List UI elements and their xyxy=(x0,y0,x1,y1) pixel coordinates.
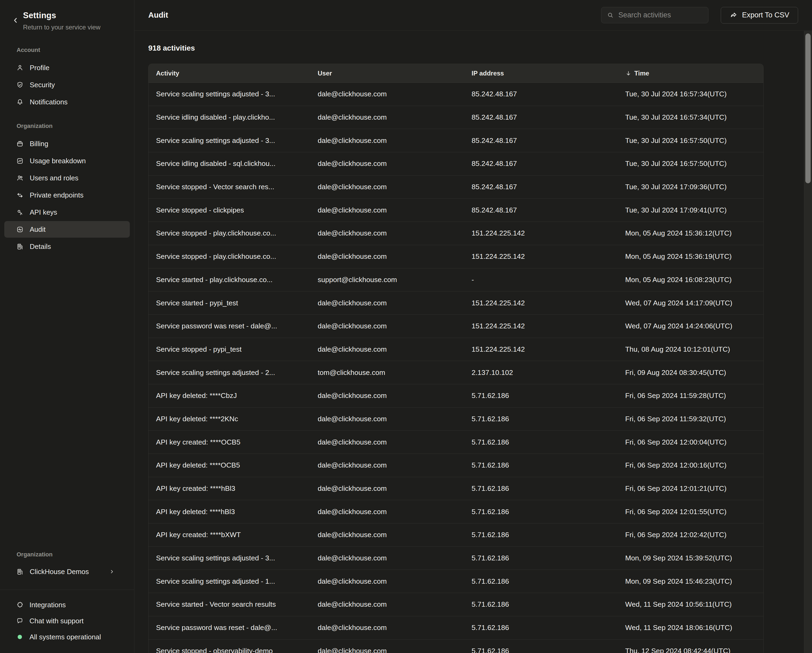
cell-time: Wed, 11 Sep 2024 10:56:11(UTC) xyxy=(618,593,763,616)
table-row[interactable]: API key deleted: ****hBl3 dale@clickhous… xyxy=(148,500,763,523)
table-row[interactable]: Service scaling settings adjusted - 3...… xyxy=(148,547,763,570)
cell-ip: 5.71.62.186 xyxy=(464,407,618,430)
cell-ip: 85.242.48.167 xyxy=(464,198,618,221)
return-to-service-link[interactable]: Return to your service view xyxy=(23,24,100,31)
cell-time: Tue, 30 Jul 2024 17:09:36(UTC) xyxy=(618,175,763,198)
table-row[interactable]: Service scaling settings adjusted - 2...… xyxy=(148,361,763,384)
audit-content: 918 activities Activity User IP address … xyxy=(134,43,812,653)
cell-user: support@clickhouse.com xyxy=(310,269,464,291)
sidebar-titleblock: Settings Return to your service view xyxy=(23,11,100,31)
table-row[interactable]: Service stopped - observability-demo dal… xyxy=(148,639,763,653)
cell-activity: Service stopped - observability-demo xyxy=(148,639,310,653)
sidebar-item-billing[interactable]: Billing xyxy=(4,136,130,152)
cell-ip: 5.71.62.186 xyxy=(464,477,618,500)
table-row[interactable]: API key deleted: ****OCB5 dale@clickhous… xyxy=(148,454,763,477)
sidebar-item-security[interactable]: Security xyxy=(4,76,130,93)
cell-ip: 85.242.48.167 xyxy=(464,175,618,198)
chat-with-support-link[interactable]: Chat with support xyxy=(0,613,134,629)
cell-time: Mon, 05 Aug 2024 15:36:19(UTC) xyxy=(618,245,763,268)
building-icon xyxy=(16,243,24,250)
cell-user: dale@clickhouse.com xyxy=(310,129,464,152)
cell-ip: 5.71.62.186 xyxy=(464,430,618,454)
table-row[interactable]: Service scaling settings adjusted - 3...… xyxy=(148,83,763,106)
cell-activity: Service idling disabled - sql.clickhou..… xyxy=(148,152,310,175)
sidebar-item-private-endpoints[interactable]: Private endpoints xyxy=(4,187,130,203)
table-row[interactable]: Service stopped - play.clickhouse.co... … xyxy=(148,245,763,269)
table-row[interactable]: Service idling disabled - sql.clickhou..… xyxy=(148,152,763,175)
table-row[interactable]: Service started - pypi_test dale@clickho… xyxy=(148,291,763,315)
scrollbar-track[interactable] xyxy=(804,31,812,653)
cell-activity: Service stopped - play.clickhouse.co... xyxy=(148,222,310,245)
org-switcher[interactable]: ClickHouse Demos xyxy=(4,563,130,580)
table-row[interactable]: Service password was reset - dale@... da… xyxy=(148,616,763,639)
table-row[interactable]: Service stopped - clickpipes dale@clickh… xyxy=(148,198,763,222)
user-icon xyxy=(16,64,24,72)
cell-user: dale@clickhouse.com xyxy=(310,291,464,314)
section-label-org-footer: Organization xyxy=(0,551,134,558)
table-row[interactable]: Service started - play.clickhouse.co... … xyxy=(148,269,763,292)
cell-activity: API key deleted: ****OCB5 xyxy=(148,454,310,477)
cell-user: dale@clickhouse.com xyxy=(310,338,464,361)
sidebar-item-label: Billing xyxy=(30,140,48,148)
cell-activity: Service stopped - play.clickhouse.co... xyxy=(148,245,310,268)
cell-time: Fri, 09 Aug 2024 08:30:45(UTC) xyxy=(618,361,763,384)
table-row[interactable]: Service password was reset - dale@... da… xyxy=(148,315,763,338)
cell-ip: 151.224.225.142 xyxy=(464,315,618,338)
integrations-link[interactable]: Integrations xyxy=(0,597,134,613)
column-header-time[interactable]: Time xyxy=(618,64,763,82)
table-row[interactable]: Service started - Vector search results … xyxy=(148,593,763,616)
audit-table: Activity User IP address Time Service sc… xyxy=(148,64,763,653)
cell-activity: API key deleted: ****2KNc xyxy=(148,407,310,430)
cell-time: Tue, 30 Jul 2024 16:57:50(UTC) xyxy=(618,129,763,152)
back-button[interactable] xyxy=(11,15,20,25)
cell-ip: 2.137.10.102 xyxy=(464,361,618,384)
table-row[interactable]: Service stopped - pypi_test dale@clickho… xyxy=(148,338,763,361)
sidebar-item-notifications[interactable]: Notifications xyxy=(4,94,130,110)
cell-user: dale@clickhouse.com xyxy=(310,384,464,407)
table-row[interactable]: API key deleted: ****2KNc dale@clickhous… xyxy=(148,407,763,431)
cell-ip: 151.224.225.142 xyxy=(464,338,618,361)
puzzle-icon xyxy=(16,601,24,609)
sidebar-item-usage-breakdown[interactable]: Usage breakdown xyxy=(4,153,130,169)
cell-user: dale@clickhouse.com xyxy=(310,454,464,477)
sidebar-item-label: Details xyxy=(30,243,51,251)
cell-user: dale@clickhouse.com xyxy=(310,616,464,639)
table-row[interactable]: API key created: ****OCB5 dale@clickhous… xyxy=(148,430,763,454)
cell-ip: 5.71.62.186 xyxy=(464,384,618,407)
cell-ip: - xyxy=(464,269,618,291)
sidebar-item-audit[interactable]: Audit xyxy=(4,221,130,238)
cell-ip: 5.71.62.186 xyxy=(464,523,618,546)
scrollbar-thumb[interactable] xyxy=(805,34,810,183)
system-status-link[interactable]: All systems operational xyxy=(0,629,134,645)
sidebar-item-users-and-roles[interactable]: Users and roles xyxy=(4,170,130,186)
cell-user: dale@clickhouse.com xyxy=(310,570,464,593)
column-header-activity[interactable]: Activity xyxy=(148,64,310,82)
bell-icon xyxy=(16,98,24,106)
column-header-ip-address[interactable]: IP address xyxy=(464,64,618,82)
search-input[interactable] xyxy=(618,11,704,19)
column-header-user[interactable]: User xyxy=(310,64,464,82)
cell-activity: Service idling disabled - play.clickho..… xyxy=(148,106,310,129)
cell-time: Fri, 06 Sep 2024 12:00:04(UTC) xyxy=(618,430,763,454)
table-row[interactable]: Service stopped - play.clickhouse.co... … xyxy=(148,222,763,245)
sidebar-item-details[interactable]: Details xyxy=(4,238,130,255)
cell-time: Thu, 08 Aug 2024 10:12:01(UTC) xyxy=(618,338,763,361)
export-to-csv-button[interactable]: Export To CSV xyxy=(721,7,798,24)
table-row[interactable]: Service scaling settings adjusted - 3...… xyxy=(148,129,763,152)
cell-activity: Service scaling settings adjusted - 3... xyxy=(148,547,310,570)
sidebar-item-profile[interactable]: Profile xyxy=(4,60,130,76)
table-row[interactable]: Service scaling settings adjusted - 1...… xyxy=(148,570,763,593)
cell-time: Fri, 06 Sep 2024 12:02:42(UTC) xyxy=(618,523,763,546)
chevron-left-icon xyxy=(12,16,20,24)
table-row[interactable]: API key created: ****hBl3 dale@clickhous… xyxy=(148,477,763,500)
sidebar-item-api-keys[interactable]: API keys xyxy=(4,204,130,221)
table-row[interactable]: Service stopped - Vector search res... d… xyxy=(148,175,763,199)
table-row[interactable]: API key deleted: ****CbzJ dale@clickhous… xyxy=(148,384,763,407)
table-row[interactable]: Service idling disabled - play.clickho..… xyxy=(148,106,763,129)
cell-activity: Service started - Vector search results xyxy=(148,593,310,616)
cell-activity: API key deleted: ****CbzJ xyxy=(148,384,310,407)
cell-time: Tue, 30 Jul 2024 16:57:34(UTC) xyxy=(618,83,763,106)
cell-ip: 85.242.48.167 xyxy=(464,129,618,152)
table-row[interactable]: API key created: ****bXWT dale@clickhous… xyxy=(148,523,763,547)
chart-square-icon xyxy=(16,157,24,165)
